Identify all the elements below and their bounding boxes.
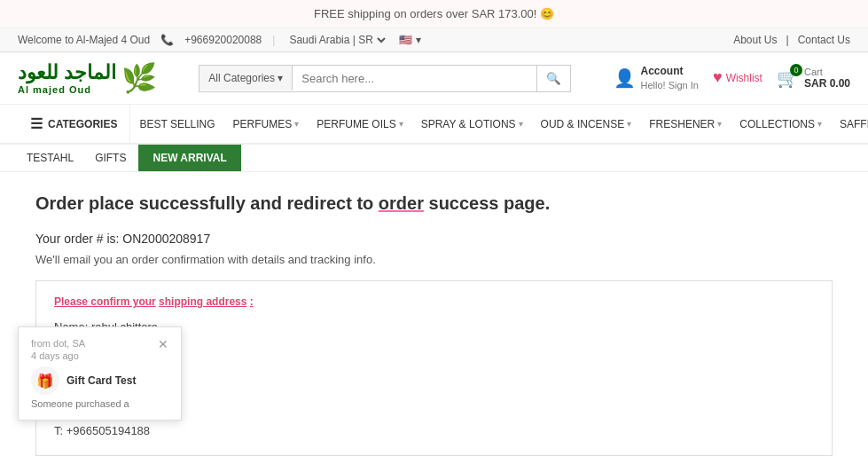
popup-title: Gift Card Test [66, 374, 136, 387]
secondary-nav: Welcome to Al-Majed 4 Oud 📞 +96692002008… [0, 28, 868, 52]
popup-description: Someone purchased a [31, 398, 168, 409]
nav-item-best-selling[interactable]: BEST SELLING [130, 107, 223, 141]
header: الماجد للعود Al majed Oud 🌿 All Categori… [0, 52, 868, 105]
categories-button[interactable]: ☰ CATEGORIES [18, 105, 130, 143]
divider: 📞 [160, 34, 174, 46]
welcome-text: Welcome to Al-Majed 4 Oud [18, 34, 150, 46]
divider2: | [272, 34, 275, 46]
nav-item-freshener[interactable]: FRESHENER ▾ [640, 107, 731, 141]
account-area[interactable]: 👤 Account Hello! Sign In [614, 65, 699, 91]
popup-icon-wrap: 🎁 Gift Card Test [31, 366, 168, 395]
divider3: | [786, 34, 789, 46]
account-text: Account Hello! Sign In [641, 65, 699, 91]
chevron-down-icon: ▾ [627, 119, 631, 129]
hamburger-icon: ☰ [30, 115, 43, 132]
nav-item-spray-lotions[interactable]: SPRAY & LOTIONS ▾ [412, 107, 532, 141]
account-icon: 👤 [614, 67, 636, 89]
top-bar: FREE shipping on orders over SAR 173.00!… [0, 0, 868, 28]
order-message: We'll email you an order confirmation wi… [35, 253, 833, 266]
popup-meta: from dot, SA 4 days ago [31, 338, 85, 361]
chevron-down-icon: ▾ [519, 119, 523, 129]
wishlist-area[interactable]: ♥ Wishlist [713, 68, 762, 87]
popup-from: from dot, SA [31, 338, 85, 349]
logo-arabic: الماجد للعود [18, 61, 116, 84]
cart-icon-wrap: 🛒 0 [777, 67, 799, 89]
chevron-down-icon: ▾ [717, 119, 722, 129]
nav-item-collections[interactable]: COLLECTIONS ▾ [731, 107, 831, 141]
search-input[interactable] [293, 66, 536, 91]
chevron-down-icon: ▾ [399, 119, 403, 129]
nav-item-perfume-oils[interactable]: PERFUME OILS ▾ [308, 107, 411, 141]
about-us-link[interactable]: About Us [733, 34, 777, 46]
contact-us-link[interactable]: Contact Us [798, 34, 850, 46]
nav-item-saffron[interactable]: SAFFRON [831, 107, 868, 141]
heart-icon: ♥ [713, 68, 723, 87]
secondary-nav-left: Welcome to Al-Majed 4 Oud 📞 +96692002008… [18, 33, 421, 47]
main-nav: ☰ CATEGORIES BEST SELLING PERFUMES ▾ PER… [0, 105, 868, 145]
logo[interactable]: الماجد للعود Al majed Oud [18, 61, 116, 95]
free-shipping-message: FREE shipping on orders over SAR 173.00!… [314, 7, 554, 20]
logo-english: Al majed Oud [18, 84, 116, 95]
shipping-link[interactable]: shipping address [159, 295, 246, 308]
sub-nav-gifts[interactable]: GIFTS [86, 145, 135, 171]
popup-content: Gift Card Test [66, 374, 136, 387]
flag-icon: 🇺🇸 ▾ [399, 34, 420, 46]
secondary-nav-right: About Us | Contact Us [733, 34, 850, 46]
category-dropdown[interactable]: All Categories ▾ [199, 66, 293, 90]
sub-nav-testahl[interactable]: TESTAHL [18, 145, 82, 171]
country-select[interactable]: Saudi Arabia | SR [285, 33, 388, 47]
logo-area[interactable]: الماجد للعود Al majed Oud 🌿 [18, 61, 157, 95]
search-area: All Categories ▾ 🔍 [199, 65, 571, 92]
sub-nav-new-arrival[interactable]: NEW ARRIVAL [138, 145, 240, 171]
logo-palm-icon: 🌿 [121, 61, 157, 95]
sub-nav: TESTAHL GIFTS NEW ARRIVAL [0, 145, 868, 172]
shipping-title: Please confirm your shipping address : [54, 295, 814, 308]
shipping-phone: T: +966505194188 [54, 421, 814, 441]
search-button[interactable]: 🔍 [536, 66, 570, 91]
page-heading: Order place successfully and redirect to… [35, 193, 833, 214]
popup-notification: from dot, SA 4 days ago ✕ 🎁 Gift Card Te… [18, 326, 182, 421]
nav-item-perfumes[interactable]: PERFUMES ▾ [224, 107, 309, 141]
chevron-down-icon: ▾ [817, 119, 822, 129]
popup-time: 4 days ago [31, 350, 85, 361]
nav-item-oud-incense[interactable]: OUD & INCENSE ▾ [532, 107, 641, 141]
popup-top: from dot, SA 4 days ago ✕ [31, 338, 168, 361]
nav-items: BEST SELLING PERFUMES ▾ PERFUME OILS ▾ S… [130, 107, 868, 141]
order-info: Your order # is: ON2000208917 We'll emai… [35, 232, 833, 266]
popup-icon: 🎁 [31, 366, 59, 395]
cart-badge: 0 [790, 64, 802, 76]
cart-area[interactable]: 🛒 0 Cart SAR 0.00 [777, 67, 850, 90]
cart-text: Cart SAR 0.00 [804, 67, 850, 90]
order-link[interactable]: order [379, 193, 424, 213]
order-number: Your order # is: ON2000208917 [35, 232, 833, 246]
popup-close-button[interactable]: ✕ [158, 338, 168, 350]
chevron-down-icon: ▾ [294, 119, 299, 129]
phone-number[interactable]: +966920020088 [184, 34, 262, 46]
header-right: 👤 Account Hello! Sign In ♥ Wishlist 🛒 0 … [614, 65, 851, 91]
